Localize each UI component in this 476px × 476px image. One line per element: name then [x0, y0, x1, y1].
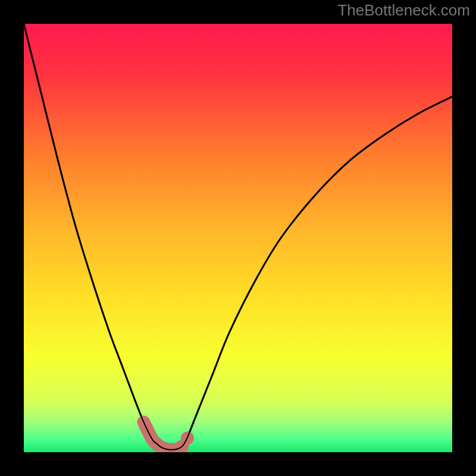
chart-frame: TheBottleneck.com	[0, 0, 476, 476]
watermark-text: TheBottleneck.com	[337, 1, 470, 20]
plot-area	[24, 24, 452, 452]
chart-svg	[24, 24, 452, 452]
gradient-background	[24, 24, 452, 452]
